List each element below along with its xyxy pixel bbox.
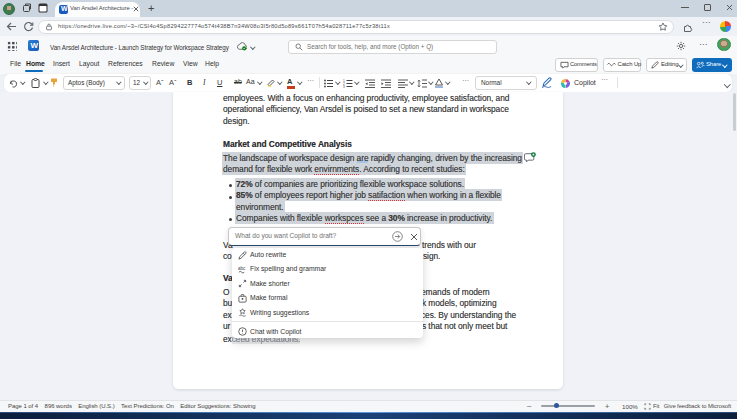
- svg-text:abc: abc: [238, 266, 246, 271]
